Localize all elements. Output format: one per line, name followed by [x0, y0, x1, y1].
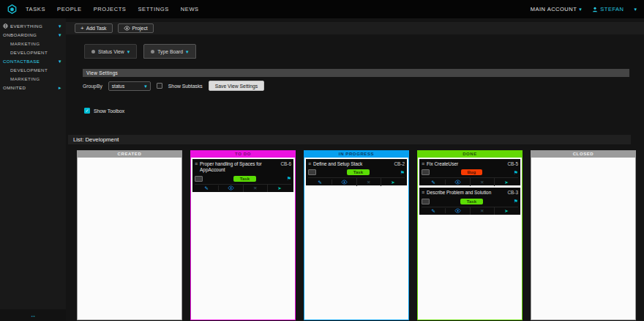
sidebar-item-marketing-1[interactable]: MARKETING	[0, 39, 66, 48]
groupby-select[interactable]: status ▾	[108, 81, 151, 91]
edit-icon[interactable]: ✎	[422, 178, 445, 186]
view-tabs: Status View ▾ Type Board ▾	[84, 44, 644, 59]
card-badge: Bug	[461, 169, 483, 175]
app-window: TASKS PEOPLE PROJECTS SETTINGS NEWS MAIN…	[0, 0, 644, 321]
username-label: STEFAN	[600, 6, 624, 12]
task-type-icon	[308, 169, 316, 175]
close-icon[interactable]: ✕	[470, 178, 494, 186]
sidebar-item-everything[interactable]: EVERYTHING ▾	[0, 21, 66, 30]
task-card[interactable]: ≡ Describe Problem and Solution CB-3 Tas…	[419, 188, 520, 214]
column-header: CLOSED	[531, 150, 636, 158]
edit-icon[interactable]: ✎	[422, 207, 445, 215]
view-icon[interactable]	[332, 180, 356, 185]
nav-news[interactable]: NEWS	[181, 6, 199, 12]
flag-icon[interactable]: ⚑	[287, 176, 291, 181]
forward-icon[interactable]: ➤	[381, 178, 405, 186]
flag-icon[interactable]: ⚑	[514, 170, 518, 175]
show-toolbox-label: Show Toolbox	[94, 108, 124, 114]
actions-bar: + Add Task Project	[66, 22, 644, 34]
sidebar-item-label: DEVELOPMENT	[10, 67, 48, 73]
view-settings-controls: GroupBy status ▾ Show Subtasks Save View…	[83, 81, 629, 91]
chevron-down-icon[interactable]: ▾	[634, 7, 637, 12]
nav-tasks[interactable]: TASKS	[26, 6, 45, 12]
nav-settings[interactable]: SETTINGS	[138, 6, 168, 12]
project-label: Project	[132, 26, 148, 31]
view-icon[interactable]	[218, 185, 242, 191]
column-done: DONE ≡ Fix CreateUser CB-5 Bug ⚑	[417, 150, 523, 320]
card-badge: Task	[460, 199, 483, 204]
edit-icon[interactable]: ✎	[308, 178, 332, 186]
view-settings-title: View Settings	[83, 69, 629, 77]
task-card[interactable]: ≡ Fix CreateUser CB-5 Bug ⚑ ✎	[419, 159, 520, 185]
app-logo[interactable]	[7, 4, 17, 14]
sidebar-resize-icon[interactable]: ↔	[30, 312, 36, 319]
kanban-board: CREATED TO DO ≡ Proper handling of Space…	[77, 150, 644, 320]
edit-icon[interactable]: ✎	[195, 184, 218, 192]
column-header: IN PROGRESS	[304, 150, 409, 158]
column-body: ≡ Proper handling of Spaces for AppAccou…	[190, 158, 296, 320]
add-task-label: Add Task	[86, 26, 107, 31]
task-card[interactable]: ≡ Proper handling of Spaces for AppAccou…	[192, 159, 293, 192]
nav-projects[interactable]: PROJECTS	[94, 6, 127, 12]
column-header: CREATED	[77, 150, 182, 158]
nav-people[interactable]: PEOPLE	[57, 6, 82, 12]
drag-handle-icon[interactable]: ≡	[308, 161, 311, 167]
sidebar-item-development-1[interactable]: DEVELOPMENT	[0, 48, 66, 56]
task-card[interactable]: ≡ Define and Setup Stack CB-2 Task ⚑ ✎	[306, 159, 407, 185]
drag-handle-icon[interactable]: ≡	[422, 161, 424, 167]
show-toolbox-checkbox[interactable]: ✓	[84, 108, 90, 114]
sidebar: EVERYTHING ▾ ONBOARDING ▾ MARKETING DEVE…	[0, 18, 66, 321]
drag-handle-icon[interactable]: ≡	[195, 161, 198, 174]
view-icon[interactable]	[445, 208, 469, 213]
person-icon	[592, 7, 598, 12]
close-icon[interactable]: ✕	[470, 207, 494, 215]
card-title: Describe Problem and Solution	[427, 190, 505, 196]
sidebar-item-label: OMNITED	[3, 85, 26, 90]
show-subtasks-label: Show Subtasks	[168, 84, 203, 89]
save-view-settings-label: Save View Settings	[215, 84, 258, 89]
tab-type-board[interactable]: Type Board ▾	[143, 44, 195, 59]
tab-label: Status View	[98, 49, 124, 54]
sidebar-item-development-2[interactable]: DEVELOPMENT	[0, 65, 66, 74]
card-key: CB-5	[507, 161, 518, 167]
forward-icon[interactable]: ➤	[267, 184, 291, 192]
flag-icon[interactable]: ⚑	[400, 170, 405, 175]
flag-icon[interactable]: ⚑	[514, 199, 518, 204]
close-icon[interactable]: ✕	[243, 184, 267, 192]
column-header: TO DO	[190, 150, 296, 158]
drag-handle-icon[interactable]: ≡	[422, 190, 424, 196]
close-icon[interactable]: ✕	[356, 178, 381, 186]
tab-status-view[interactable]: Status View ▾	[84, 44, 137, 59]
chevron-down-icon: ▾	[579, 7, 582, 12]
groupby-label: GroupBy	[83, 84, 102, 89]
sidebar-item-omnited[interactable]: OMNITED ▸	[0, 83, 66, 92]
forward-icon[interactable]: ➤	[494, 207, 518, 215]
save-view-settings-button[interactable]: Save View Settings	[209, 81, 264, 91]
project-button[interactable]: Project	[118, 23, 154, 33]
sidebar-item-marketing-2[interactable]: MARKETING	[0, 74, 66, 83]
column-body: ≡ Define and Setup Stack CB-2 Task ⚑ ✎	[304, 158, 409, 320]
card-title: Fix CreateUser	[427, 161, 505, 167]
view-settings-panel: View Settings GroupBy status ▾ Show Subt…	[83, 69, 629, 91]
view-icon[interactable]	[445, 180, 469, 185]
column-body	[531, 158, 636, 320]
task-type-icon	[422, 169, 430, 175]
main-content: + Add Task Project Status View ▾ Type Bo…	[66, 18, 644, 321]
sidebar-item-onboarding[interactable]: ONBOARDING ▾	[0, 30, 66, 39]
forward-icon[interactable]: ➤	[494, 178, 518, 186]
task-type-icon	[195, 176, 203, 182]
sidebar-item-label: DEVELOPMENT	[10, 50, 48, 55]
chevron-down-icon: ▾	[144, 84, 147, 89]
sidebar-item-contactbase[interactable]: CONTACTBASE ▾	[0, 56, 66, 65]
card-key: CB-3	[507, 190, 518, 196]
column-created: CREATED	[77, 150, 182, 320]
eye-icon	[124, 26, 130, 31]
user-menu[interactable]: STEFAN	[592, 6, 624, 12]
chevron-down-icon: ▾	[59, 23, 61, 29]
sidebar-item-label: CONTACTBASE	[3, 59, 40, 64]
sidebar-footer: ↔	[0, 309, 66, 321]
add-task-button[interactable]: + Add Task	[75, 23, 113, 33]
account-selector[interactable]: MAIN ACCOUNT ▾	[531, 6, 583, 12]
card-title: Define and Setup Stack	[313, 161, 392, 167]
show-subtasks-checkbox[interactable]	[157, 83, 162, 89]
